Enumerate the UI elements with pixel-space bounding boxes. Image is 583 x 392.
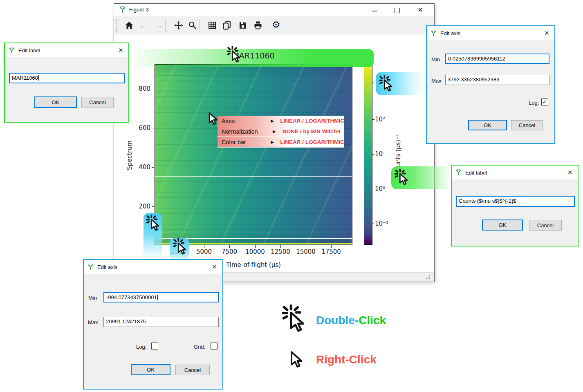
ok-button[interactable]: OK <box>482 220 523 231</box>
mantid-app-icon <box>119 6 126 13</box>
label-input[interactable]: MAR11060 <box>9 73 125 83</box>
menu-item-hint: LINEAR / LOGARITHMIC <box>280 139 344 145</box>
close-icon[interactable]: ✕ <box>567 169 573 176</box>
zoom-icon[interactable] <box>188 20 197 30</box>
cancel-button[interactable]: Cancel <box>175 365 210 375</box>
min-label: Min <box>431 56 440 63</box>
plot-context-menu: Axes▶LINEAR / LOGARITHMICNormalization▶N… <box>218 116 344 148</box>
cancel-button[interactable]: Cancel <box>529 220 562 231</box>
copy-icon[interactable] <box>222 20 232 30</box>
x-tick-label: 17500 <box>319 248 343 255</box>
colorbar-tick-mark <box>372 83 374 83</box>
toolbar-drag-handle[interactable] <box>116 19 117 32</box>
max-input[interactable]: 20991.12421875 <box>103 317 219 327</box>
log-checkbox[interactable]: ✓ <box>541 99 548 105</box>
colorbar-tick-label: 10⁻¹ <box>375 220 388 227</box>
dialog-title: Edit label <box>18 47 40 54</box>
x-tick-mark <box>331 245 332 248</box>
menu-item-hint: LINEAR / LOGARITHMIC <box>280 118 344 124</box>
colorbar-tick-mark <box>372 224 374 224</box>
menu-item-hint: NONE / by BIN WIDTH <box>283 128 340 134</box>
edit-axis-dialog-x: Edit axis ✕ Min -994.0773437500001 Max 2… <box>83 259 223 390</box>
y-tick-label: 800 <box>131 85 150 92</box>
max-input[interactable]: 3792.3352380952383 <box>445 75 549 85</box>
back-icon[interactable]: ← <box>139 20 148 31</box>
maximize-icon[interactable] <box>395 8 400 13</box>
close-icon[interactable]: ✕ <box>544 30 549 36</box>
x-tick-label: 15000 <box>294 248 318 255</box>
heatmap-canvas[interactable] <box>155 64 352 245</box>
menu-item-normalization[interactable]: Normalization▶NONE / by BIN WIDTH <box>218 126 344 137</box>
mantid-app-icon <box>430 29 437 36</box>
x-tick-label: 7500 <box>217 248 242 255</box>
edit-axis-dialog-colorbar: Edit axis ✕ Min 0.025078369905956112 Max… <box>426 25 555 144</box>
max-label: Max <box>431 78 442 84</box>
home-icon[interactable] <box>124 20 134 30</box>
edit-label-dialog-colorbar: Edit label ✕ Counts ($\mu s$)$^{-1}$ OK … <box>451 165 579 246</box>
y-tick-mark <box>152 128 154 128</box>
x-tick-label: 12500 <box>268 248 293 255</box>
minimize-icon[interactable] <box>372 11 377 11</box>
save-icon[interactable] <box>238 20 248 30</box>
menu-item-color-bar[interactable]: Color bar▶LINEAR / LOGARITHMIC <box>218 137 344 147</box>
double-click-cursor-icon <box>145 215 161 231</box>
colorbar-tick-label: 10¹ <box>375 150 385 158</box>
plot-title[interactable]: MAR11060 <box>155 51 352 60</box>
toolbar-separator <box>165 19 166 32</box>
ok-button[interactable]: OK <box>34 96 77 108</box>
legend-right-click: Right-Click <box>316 353 377 366</box>
colorbar-tick-label: 10² <box>375 116 385 123</box>
ok-button[interactable]: OK <box>468 120 507 130</box>
submenu-arrow-icon: ▶ <box>271 140 280 144</box>
log-label: Log: <box>136 344 146 350</box>
subplots-icon[interactable] <box>207 20 217 30</box>
double-click-cursor-icon <box>378 75 394 92</box>
double-click-cursor-icon <box>394 169 409 186</box>
double-click-cursor-icon <box>226 46 242 63</box>
legend-double-text: Double- <box>316 314 359 327</box>
dialog-title: Edit label <box>465 170 487 176</box>
x-tick-mark <box>255 245 256 248</box>
print-icon[interactable] <box>253 20 263 30</box>
menu-item-label: Axes <box>222 118 271 124</box>
label-input[interactable]: Counts ($\mu s$)$^{-1}$ <box>456 196 575 207</box>
grid-checkbox[interactable] <box>211 343 218 349</box>
log-label: Log: <box>529 100 539 106</box>
window-title: Figure 3 <box>129 7 149 13</box>
log-checkbox[interactable] <box>151 343 158 349</box>
legend-click-text: Click <box>359 314 386 327</box>
cancel-button[interactable]: Cancel <box>511 120 543 130</box>
x-tick-mark <box>204 245 204 248</box>
double-click-cursor-icon <box>172 238 188 255</box>
menu-item-axes[interactable]: Axes▶LINEAR / LOGARITHMIC <box>218 116 344 126</box>
double-click-cursor-icon <box>280 305 307 333</box>
y-tick-mark <box>152 206 154 207</box>
close-icon[interactable]: ✕ <box>417 6 423 14</box>
figure-window-titlebar[interactable] <box>114 4 434 16</box>
submenu-arrow-icon: ▶ <box>273 129 283 134</box>
screenshot-stage: Figure 3 ✕ ← → ⚙ MAR11060 Spectrum <box>0 0 583 392</box>
cancel-button[interactable]: Cancel <box>81 97 114 108</box>
colorbar[interactable] <box>364 64 372 245</box>
legend-double-click: Double-Click <box>316 314 386 327</box>
max-label: Max <box>88 319 98 325</box>
resize-grip[interactable] <box>425 274 431 280</box>
ok-button[interactable]: OK <box>131 364 170 375</box>
min-input[interactable]: 0.025078369905956112 <box>445 54 549 64</box>
forward-icon[interactable]: → <box>154 20 163 31</box>
submenu-arrow-icon: ▶ <box>271 119 280 123</box>
x-tick-mark <box>229 245 230 248</box>
min-input[interactable]: -994.0773437500001 <box>103 292 219 302</box>
min-label: Min <box>88 295 97 301</box>
toolbar-separator <box>265 19 265 32</box>
toolbar-separator <box>200 19 200 32</box>
dialog-title: Edit axis <box>440 30 460 36</box>
dialog-title: Edit axis <box>97 264 117 270</box>
settings-gear-icon[interactable]: ⚙ <box>272 19 280 30</box>
close-icon[interactable]: ✕ <box>118 47 123 54</box>
close-icon[interactable]: ✕ <box>212 264 217 270</box>
mantid-app-icon <box>8 47 15 54</box>
colorbar-tick-mark <box>372 189 374 189</box>
x-tick-label: 10000 <box>243 248 267 255</box>
pan-icon[interactable] <box>174 20 184 30</box>
